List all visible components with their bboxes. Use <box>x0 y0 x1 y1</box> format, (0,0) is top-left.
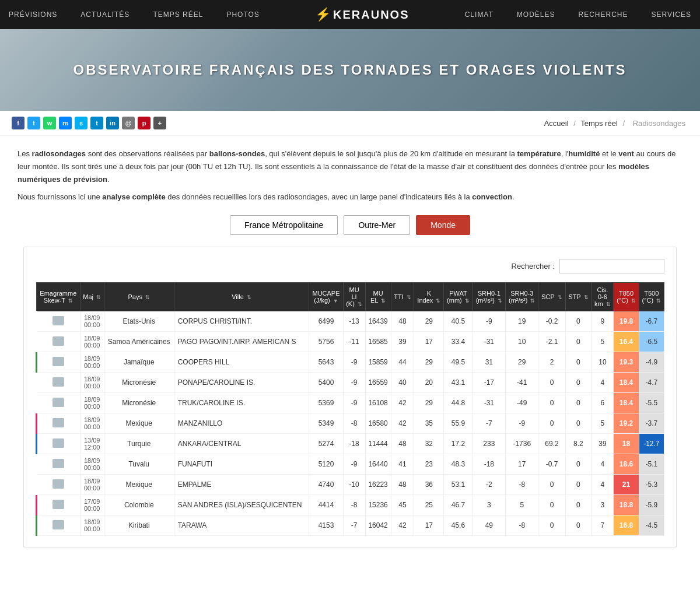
th-srh01[interactable]: SRH0-1(m²/s²) ⇅ <box>473 283 505 311</box>
cell-stp: 0 <box>565 332 592 352</box>
cell-kindex: 20 <box>414 373 444 393</box>
whatsapp-icon[interactable]: w <box>43 117 56 129</box>
cell-scp: -0.7 <box>538 454 565 475</box>
telegram-icon[interactable]: t <box>90 117 103 129</box>
emagramme-icon <box>52 377 64 387</box>
breadcrumb-home[interactable]: Accueil <box>544 119 569 128</box>
th-tti[interactable]: TTI ⇅ <box>391 283 414 311</box>
facebook-icon[interactable]: f <box>12 117 24 129</box>
bold-convection: convection <box>472 192 512 201</box>
th-t850[interactable]: T850(°C) ⇅ <box>614 283 639 311</box>
messenger-icon[interactable]: m <box>59 117 72 129</box>
nav-photos[interactable]: PHOTOS <box>223 10 262 19</box>
th-cis[interactable]: Cis.0-6km ⇅ <box>592 283 614 311</box>
cell-cis: 4 <box>592 475 614 495</box>
th-t500[interactable]: T500(°C) ⇅ <box>639 283 664 311</box>
th-pwat[interactable]: PWAT(mm) ⇅ <box>444 283 473 311</box>
nav-actualites[interactable]: ACTUALITÉS <box>78 10 132 19</box>
cell-muel: 16108 <box>365 393 391 413</box>
btn-monde[interactable]: Monde <box>416 215 470 235</box>
th-kindex[interactable]: KIndex ⇅ <box>414 283 444 311</box>
cell-ville: FUNAFUTI <box>174 454 309 475</box>
btn-france[interactable]: France Métropolitaine <box>230 215 338 235</box>
cell-emagramme[interactable] <box>37 352 80 373</box>
breadcrumb-section[interactable]: Temps réel <box>580 119 618 128</box>
cell-emagramme[interactable] <box>37 515 80 536</box>
nav-services[interactable]: SERVICES <box>649 10 694 19</box>
cell-emagramme[interactable] <box>37 332 80 352</box>
cell-t500: -6.7 <box>639 311 664 332</box>
cell-muli: -8 <box>343 495 365 515</box>
table-row: 18/0900:00 Jamaïque COOPERS HILL 5643 -9… <box>37 352 664 373</box>
th-emagramme[interactable]: EmagrammeSkew-T ⇅ <box>37 283 80 311</box>
nav-temps-reel[interactable]: TEMPS RÉEL <box>150 10 206 19</box>
cell-muel: 16440 <box>365 454 391 475</box>
cell-emagramme[interactable] <box>37 393 80 413</box>
breadcrumb-current: Radiosondages <box>633 119 685 128</box>
more-icon[interactable]: + <box>153 117 166 129</box>
cell-t500: -4.9 <box>639 352 664 373</box>
table-row: 18/0900:00 Tuvalu FUNAFUTI 5120 -9 16440… <box>37 454 664 475</box>
cell-emagramme[interactable] <box>37 454 80 475</box>
cell-emagramme[interactable] <box>37 495 80 515</box>
cell-ville: ANKARA/CENTRAL <box>174 434 309 454</box>
bold-temperature: température <box>517 149 561 158</box>
cell-t850: 16.8 <box>614 515 639 536</box>
cell-scp: 0 <box>538 373 565 393</box>
breadcrumb-sep2: / <box>622 119 625 128</box>
cell-cis: 4 <box>592 454 614 475</box>
cell-ville: EMPALME <box>174 475 309 495</box>
cell-tti: 48 <box>391 475 414 495</box>
nav-recherche[interactable]: RECHERCHE <box>576 10 631 19</box>
pinterest-icon[interactable]: p <box>138 117 150 129</box>
emagramme-icon <box>52 500 64 509</box>
th-srh03[interactable]: SRH0-3(m²/s²) ⇅ <box>506 283 538 311</box>
cell-muel: 15236 <box>365 495 391 515</box>
cell-t500: -3.7 <box>639 413 664 434</box>
cell-kindex: 29 <box>414 352 444 373</box>
cell-t500: -5.9 <box>639 495 664 515</box>
search-label: Rechercher : <box>512 262 555 271</box>
cell-pays: Mexique <box>104 413 174 434</box>
cell-srh01: -17 <box>473 373 505 393</box>
th-stp[interactable]: STP ⇅ <box>565 283 592 311</box>
table-row: 18/0900:00 Micronésie PONAPE/CAROLINE IS… <box>37 373 664 393</box>
cell-kindex: 36 <box>414 475 444 495</box>
email-icon[interactable]: @ <box>122 117 135 129</box>
cell-emagramme[interactable] <box>37 434 80 454</box>
linkedin-icon[interactable]: in <box>106 117 119 129</box>
th-maj[interactable]: Maj ⇅ <box>80 283 104 311</box>
search-input[interactable] <box>559 259 664 273</box>
cell-muel: 16439 <box>365 311 391 332</box>
skype-icon[interactable]: s <box>75 117 88 129</box>
cell-t850: 18.6 <box>614 454 639 475</box>
th-ville[interactable]: Ville ⇅ <box>174 283 309 311</box>
cell-emagramme[interactable] <box>37 373 80 393</box>
btn-outremer[interactable]: Outre-Mer <box>344 215 410 235</box>
nav-climat[interactable]: CLIMAT <box>462 10 496 19</box>
cell-emagramme[interactable] <box>37 413 80 434</box>
th-muel[interactable]: MUEL ⇅ <box>365 283 391 311</box>
th-scp[interactable]: SCP ⇅ <box>538 283 565 311</box>
cell-stp: 0 <box>565 352 592 373</box>
nav-previsions[interactable]: PRÉVISIONS <box>6 10 60 19</box>
hero-title: OBSERVATOIRE FRANÇAIS DES TORNADES ET OR… <box>74 62 627 78</box>
th-muli[interactable]: MULI(K) ⇅ <box>343 283 365 311</box>
cell-pwat: 33.4 <box>444 332 473 352</box>
cell-mucape: 4740 <box>309 475 343 495</box>
cell-emagramme[interactable] <box>37 475 80 495</box>
cell-date: 18/0900:00 <box>80 475 104 495</box>
cell-scp: 2 <box>538 352 565 373</box>
cell-muli: -9 <box>343 352 365 373</box>
nav-modeles[interactable]: MODÈLES <box>514 10 558 19</box>
th-pays[interactable]: Pays ⇅ <box>104 283 174 311</box>
cell-emagramme[interactable] <box>37 311 80 332</box>
logo[interactable]: ⚡ KERAUNOS <box>315 7 409 22</box>
cell-date: 17/0900:00 <box>80 495 104 515</box>
twitter-icon[interactable]: t <box>27 117 40 129</box>
cell-mucape: 6499 <box>309 311 343 332</box>
cell-pays: Mexique <box>104 475 174 495</box>
th-mucape[interactable]: MUCAPE(J/kg) ▼ <box>309 283 343 311</box>
cell-pwat: 53.1 <box>444 475 473 495</box>
cell-scp: 0 <box>538 413 565 434</box>
